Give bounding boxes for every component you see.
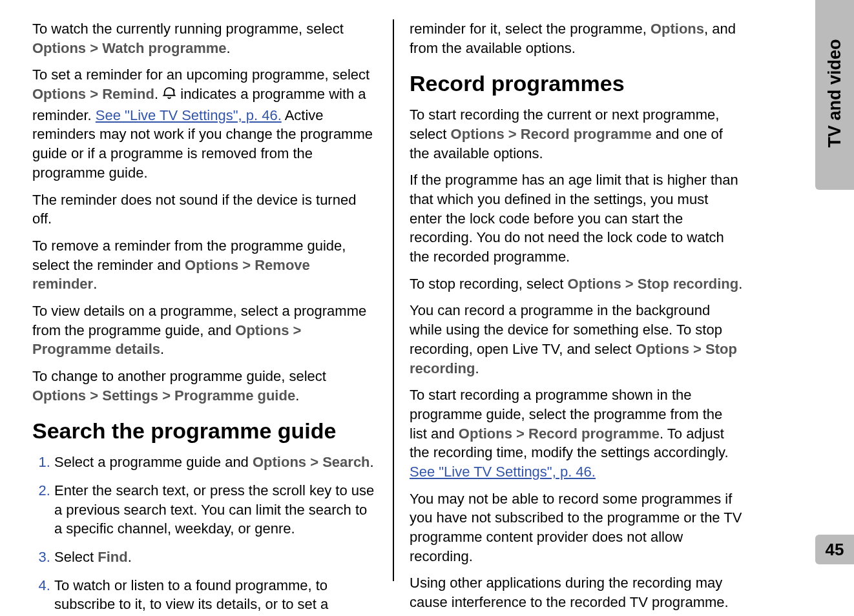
para-continuation: reminder for it, select the programme, O… bbox=[410, 19, 743, 57]
text: reminder for it, select the programme, bbox=[410, 21, 651, 37]
para-age-limit: If the programme has an age limit that i… bbox=[410, 170, 743, 266]
page-number-tab: 45 bbox=[815, 535, 854, 564]
text: To change to another programme guide, se… bbox=[32, 368, 326, 384]
para-programme-details: To view details on a programme, select a… bbox=[32, 302, 377, 359]
reminder-icon bbox=[162, 87, 176, 106]
chevron-right-icon: > bbox=[242, 257, 255, 273]
menu-options: Options bbox=[32, 86, 86, 102]
section-tab-label: TV and video bbox=[825, 39, 845, 147]
chevron-right-icon: > bbox=[516, 426, 528, 442]
menu-options: Options bbox=[451, 126, 505, 142]
menu-options: Options bbox=[253, 454, 306, 470]
para-record-from-guide: To start recording a programme shown in … bbox=[410, 385, 743, 481]
chevron-right-icon: > bbox=[90, 86, 102, 102]
para-cannot-record: You may not be able to record some progr… bbox=[410, 489, 743, 566]
text: To watch the currently running programme… bbox=[32, 21, 344, 37]
text: To set a reminder for an upcoming progra… bbox=[32, 67, 370, 83]
chevron-right-icon: > bbox=[693, 341, 705, 357]
chevron-right-icon: > bbox=[293, 322, 302, 338]
chevron-right-icon: > bbox=[162, 387, 174, 404]
menu-options: Options bbox=[32, 387, 86, 404]
text: . bbox=[227, 40, 231, 56]
left-column: To watch the currently running programme… bbox=[32, 19, 394, 581]
menu-options: Options bbox=[568, 276, 621, 292]
menu-watch-programme: Watch programme bbox=[102, 40, 226, 56]
menu-options: Options bbox=[651, 21, 704, 37]
menu-options: Options bbox=[185, 257, 238, 273]
content-columns: To watch the currently running programme… bbox=[32, 19, 769, 581]
text: . bbox=[738, 276, 742, 292]
text: . bbox=[295, 387, 299, 404]
text: . bbox=[93, 276, 97, 292]
menu-stop-recording: Stop recording bbox=[638, 276, 738, 292]
text: Select bbox=[54, 549, 98, 565]
list-item: Select Find. bbox=[54, 548, 377, 567]
para-start-recording: To start recording the current or next p… bbox=[410, 105, 743, 163]
right-column: reminder for it, select the programme, O… bbox=[394, 19, 756, 581]
page: TV and video 45 To watch the currently r… bbox=[0, 0, 854, 616]
text: To view details on a programme, select a… bbox=[32, 303, 366, 338]
search-steps-list: Select a programme guide and Options > S… bbox=[32, 453, 377, 614]
menu-options: Options bbox=[636, 341, 689, 357]
para-interference: Using other applications during the reco… bbox=[410, 573, 743, 611]
para-reminder-off: The reminder does not sound if the devic… bbox=[32, 190, 377, 229]
chevron-right-icon: > bbox=[90, 40, 102, 56]
text: . bbox=[160, 341, 164, 357]
chevron-right-icon: > bbox=[310, 454, 322, 470]
menu-programme-details: Programme details bbox=[32, 341, 160, 357]
list-item: Enter the search text, or press the scro… bbox=[54, 481, 377, 539]
menu-options: Options bbox=[32, 40, 86, 56]
para-set-reminder: To set a reminder for an upcoming progra… bbox=[32, 65, 377, 182]
menu-search: Search bbox=[322, 454, 370, 470]
para-background-record: You can record a programme in the backgr… bbox=[410, 301, 743, 378]
heading-record-programmes: Record programmes bbox=[410, 69, 743, 99]
page-number: 45 bbox=[826, 540, 844, 560]
menu-record-programme: Record programme bbox=[528, 426, 660, 442]
para-remove-reminder: To remove a reminder from the programme … bbox=[32, 236, 377, 294]
menu-options: Options bbox=[235, 322, 289, 338]
menu-settings: Settings bbox=[102, 387, 158, 404]
heading-search-guide: Search the programme guide bbox=[32, 416, 377, 446]
text: . bbox=[475, 360, 479, 376]
menu-options: Options bbox=[459, 426, 512, 442]
menu-record-programme: Record programme bbox=[521, 126, 652, 142]
chevron-right-icon: > bbox=[625, 276, 638, 292]
list-item: To watch or listen to a found programme,… bbox=[54, 576, 377, 614]
chevron-right-icon: > bbox=[508, 126, 521, 142]
link-live-tv-settings[interactable]: See "Live TV Settings", p. 46. bbox=[410, 464, 596, 480]
link-live-tv-settings[interactable]: See "Live TV Settings", p. 46. bbox=[96, 107, 282, 123]
para-change-guide: To change to another programme guide, se… bbox=[32, 367, 377, 405]
text: . bbox=[370, 454, 374, 470]
menu-remind: Remind bbox=[102, 86, 154, 102]
chevron-right-icon: > bbox=[90, 387, 102, 404]
text: . bbox=[154, 86, 162, 102]
section-tab: TV and video bbox=[815, 0, 854, 190]
list-item: Select a programme guide and Options > S… bbox=[54, 453, 377, 472]
menu-programme-guide: Programme guide bbox=[174, 387, 295, 404]
menu-find: Find bbox=[98, 549, 127, 565]
text: . bbox=[128, 549, 132, 565]
para-stop-recording: To stop recording, select Options > Stop… bbox=[410, 274, 743, 294]
text: To stop recording, select bbox=[410, 276, 568, 292]
para-watch-programme: To watch the currently running programme… bbox=[32, 19, 377, 57]
text: Select a programme guide and bbox=[54, 454, 253, 470]
